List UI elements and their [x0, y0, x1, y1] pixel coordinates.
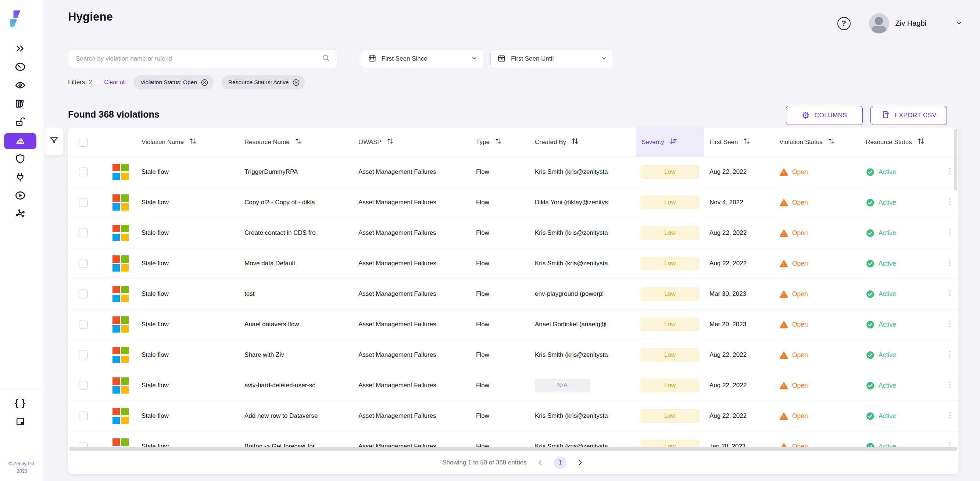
table-row[interactable]: Stale flowButton -> Get forecast forAsse… [68, 432, 958, 448]
table-row[interactable]: Stale flowTriggerDummyRPAAsset Managemen… [68, 157, 958, 187]
platform-cell [105, 340, 136, 370]
cell-created-by: Kris Smith (kris@zenitysta [529, 248, 636, 279]
sidebar-item-dashboard[interactable] [4, 60, 37, 76]
cell-severity: Low [636, 310, 704, 340]
sidebar-item-integrations[interactable] [4, 170, 37, 186]
question-mark-icon: ? [842, 19, 846, 27]
chevron-down-icon[interactable] [955, 19, 963, 28]
row-menu-button[interactable] [944, 287, 956, 301]
warning-icon [779, 259, 789, 268]
filter-chip-resource-status[interactable]: Resource Status: Active [222, 75, 305, 89]
column-header-owasp[interactable]: OWASP [353, 127, 471, 157]
help-button[interactable]: ? [837, 17, 851, 30]
column-header-type[interactable]: Type [471, 127, 529, 157]
pagination-page-1[interactable]: 1 [554, 456, 566, 469]
platform-cell [105, 157, 136, 187]
row-checkbox[interactable] [79, 290, 88, 298]
cell-violation-status: Open [774, 340, 860, 370]
column-header-severity[interactable]: Severity [636, 127, 704, 157]
vertical-scrollbar[interactable] [954, 129, 957, 191]
chip-remove-icon[interactable] [292, 79, 300, 86]
kebab-icon [945, 319, 954, 330]
cell-owasp: Asset Management Failures [353, 340, 471, 370]
filter-panel-toggle[interactable] [45, 127, 63, 156]
table-row[interactable]: Stale flowMove data DefaultAsset Managem… [68, 248, 958, 279]
row-menu-button[interactable] [944, 378, 956, 393]
sidebar-item-playbooks[interactable] [4, 188, 37, 204]
cell-violation-name: Stale flow [136, 401, 239, 431]
row-checkbox[interactable] [79, 351, 88, 359]
clear-all-link[interactable]: Clear all [104, 79, 126, 86]
platform-cell [105, 279, 136, 309]
sidebar-item-monitoring[interactable] [4, 78, 37, 94]
column-header-violation_name[interactable]: Violation Name [136, 127, 239, 157]
funnel-icon [49, 136, 59, 147]
dustpan-hygiene-icon [14, 135, 26, 148]
table-row[interactable]: Stale flowaviv-hard-deleted-user-scAsset… [68, 370, 958, 401]
row-menu-button[interactable] [944, 440, 956, 448]
cell-created-by: Dikla Yoni (diklay@zenitys [529, 187, 636, 217]
cell-owasp: Asset Management Failures [353, 279, 471, 309]
column-header-created_by[interactable]: Created By [529, 127, 636, 157]
table-row[interactable]: Stale flowtestAsset Management FailuresF… [68, 279, 958, 310]
columns-button[interactable]: ⚙ COLUMNS [786, 106, 863, 125]
filter-first-seen-until[interactable]: First Seen Until [490, 49, 614, 68]
row-checkbox[interactable] [79, 198, 88, 207]
zenity-logo-icon[interactable] [10, 10, 21, 29]
row-checkbox[interactable] [79, 411, 88, 421]
note-icon[interactable] [15, 416, 25, 428]
table-row[interactable]: Stale flowCreate contact in CDS froAsset… [68, 218, 958, 248]
sidebar-item-collapse[interactable] [4, 41, 37, 57]
platform-cell [105, 218, 136, 248]
column-header-violation_status[interactable]: Violation Status [774, 127, 860, 157]
app-root: { } © Zenity Ltd. 2023 Hygiene ? Ziv Hag… [0, 0, 980, 481]
column-header-first_seen[interactable]: First Seen [704, 127, 774, 157]
column-header-resource_status[interactable]: Resource Status [860, 127, 941, 157]
table-row[interactable]: Stale flowAdd new row to DataverseAsset … [68, 401, 958, 432]
chip-remove-icon[interactable] [201, 79, 208, 86]
violation-status-label: Open [792, 260, 808, 268]
microsoft-logo-icon [113, 438, 129, 448]
play-circle-icon [14, 190, 26, 202]
row-menu-button[interactable] [944, 226, 956, 240]
row-checkbox[interactable] [79, 229, 88, 237]
warning-icon [779, 381, 789, 390]
code-braces-icon[interactable]: { } [15, 398, 25, 408]
microsoft-logo-icon [113, 256, 129, 271]
row-checkbox[interactable] [79, 320, 88, 329]
search-icon [321, 54, 331, 64]
column-header-select [68, 127, 105, 157]
sidebar-item-access[interactable] [4, 115, 37, 131]
cell-owasp: Asset Management Failures [353, 248, 471, 279]
sidebar-item-graph[interactable] [4, 206, 37, 223]
cell-severity: Low [636, 370, 704, 400]
sidebar-item-shield[interactable] [4, 151, 37, 168]
row-checkbox[interactable] [79, 381, 88, 390]
search-input[interactable] [76, 55, 321, 62]
row-menu-button[interactable] [944, 348, 956, 362]
horizontal-scrollbar[interactable] [69, 447, 957, 451]
filter-first-seen-since[interactable]: First Seen Since [361, 49, 485, 68]
pagination-next[interactable] [576, 459, 584, 467]
user-avatar[interactable] [869, 13, 889, 33]
column-header-resource_name[interactable]: Resource Name [239, 127, 353, 157]
table-row[interactable]: Stale flowShare with ZivAsset Management… [68, 340, 958, 370]
warning-icon [779, 320, 789, 329]
filter-chip-violation-status[interactable]: Violation Status: Open [134, 75, 213, 89]
select-all-checkbox[interactable] [79, 138, 88, 147]
row-menu-button[interactable] [944, 257, 956, 271]
row-select-cell [68, 370, 105, 400]
table-row[interactable]: Stale flowCopy of2 - Copy of - diklaAsse… [68, 187, 958, 218]
row-menu-button[interactable] [944, 195, 956, 210]
row-checkbox[interactable] [79, 259, 88, 268]
sidebar-item-library[interactable] [4, 96, 37, 113]
pagination-prev[interactable] [536, 459, 544, 467]
table-row[interactable]: Stale flowAnael datavers flowAsset Manag… [68, 310, 958, 340]
row-checkbox[interactable] [79, 168, 88, 176]
microsoft-logo-icon [113, 194, 129, 211]
row-menu-button[interactable] [944, 317, 956, 332]
violation-status-label: Open [792, 199, 808, 206]
export-csv-button[interactable]: EXPORT CSV [870, 106, 947, 125]
row-menu-button[interactable] [944, 409, 956, 423]
sidebar-item-hygiene[interactable] [4, 133, 37, 149]
